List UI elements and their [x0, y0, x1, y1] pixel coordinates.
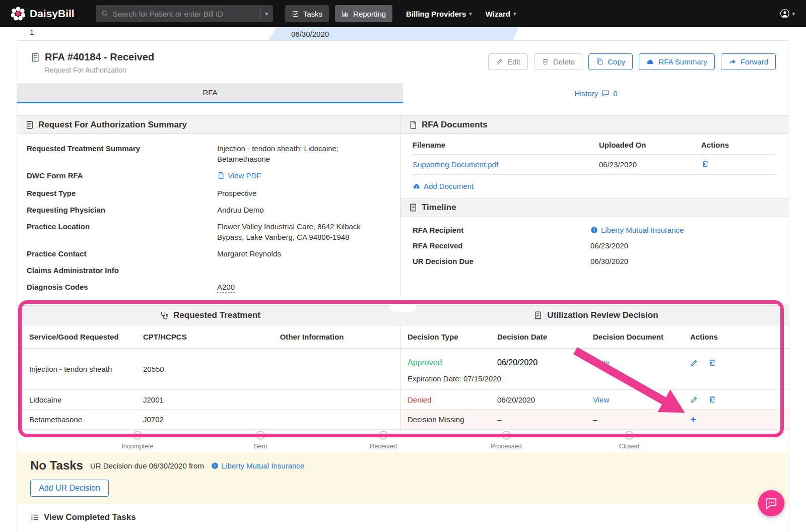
- delete-decision-button[interactable]: [708, 395, 716, 404]
- timeline-row-received: RFA Received 06/23/2020: [400, 238, 789, 253]
- column-header: Decision Date: [497, 332, 593, 341]
- ur-decision-table: Decision Type Decision Date Decision Doc…: [400, 325, 789, 430]
- field-label: Requesting Physician: [27, 205, 217, 215]
- documents-section-header: RFA Documents: [400, 115, 789, 134]
- add-ur-decision-button[interactable]: Add UR Decision: [30, 480, 109, 497]
- ur-decision-header: Utilization Review Decision: [403, 306, 789, 325]
- reporting-button-label: Reporting: [353, 10, 386, 18]
- cloud-icon: [646, 58, 654, 66]
- service-name: Betamethasone: [17, 415, 143, 424]
- tasks-area: No Tasks UR Decision due 06/30/2020 from…: [17, 452, 789, 504]
- diagnosis-code[interactable]: A200: [217, 283, 235, 293]
- billing-providers-menu[interactable]: Billing Providers ▾: [406, 10, 472, 18]
- document-icon: [25, 120, 34, 129]
- rfa-document-icon: [30, 52, 40, 74]
- ur-row-approved: Approved 06/20/2020 View Expiration Date…: [400, 349, 789, 390]
- page-subtitle: Request For Authorization: [45, 66, 154, 74]
- field-label: DWC Form RFA: [27, 170, 217, 182]
- timeline-fields: RFA Recipient Liberty Mutual Insurance R…: [400, 217, 789, 269]
- copy-button[interactable]: Copy: [588, 53, 633, 70]
- page-header: RFA #40184 - Received Request For Author…: [17, 41, 789, 83]
- ur-row-missing: Decision Missing – – +: [400, 410, 789, 430]
- tab-history[interactable]: History 0: [403, 83, 789, 103]
- user-menu[interactable]: ▾: [780, 9, 795, 19]
- tab-rfa[interactable]: RFA: [17, 83, 403, 103]
- document-filename-link[interactable]: Supporting Document.pdf: [413, 160, 498, 169]
- documents-section-title: RFA Documents: [422, 120, 488, 130]
- delete-decision-button[interactable]: [708, 359, 716, 367]
- rfa-recipient-link[interactable]: Liberty Mutual Insurance: [590, 226, 684, 234]
- tasks-button-label: Tasks: [303, 10, 322, 18]
- column-header: Filename: [413, 141, 599, 149]
- field-label: Practice Contact: [27, 248, 217, 259]
- decision-date: 06/20/2020: [497, 358, 593, 367]
- add-decision-button[interactable]: +: [690, 415, 696, 425]
- view-completed-tasks[interactable]: View Completed Tasks: [17, 504, 789, 531]
- chevron-down-icon: ▾: [469, 11, 472, 17]
- cpt-code: J2001: [143, 395, 224, 404]
- timeline-row-decision-due: UR Decision Due 06/30/2020: [400, 253, 789, 269]
- timeline-section-title: Timeline: [422, 203, 456, 213]
- add-document-label: Add Document: [424, 182, 474, 190]
- progress-step-incomplete: Incomplete: [102, 431, 173, 450]
- decision-date: 06/20/2020: [497, 395, 593, 404]
- column-header: Other Information: [224, 332, 400, 341]
- copy-button-label: Copy: [608, 57, 625, 66]
- step-label: Sent: [225, 442, 296, 450]
- delete-button[interactable]: Delete: [534, 53, 582, 70]
- user-avatar-icon: [780, 9, 790, 19]
- edit-decision-button[interactable]: [690, 359, 698, 367]
- search-box[interactable]: ▾: [96, 5, 273, 22]
- document-icon: [533, 311, 543, 320]
- step-circle-icon: [625, 431, 634, 440]
- wizard-label: Wizard: [486, 10, 510, 18]
- treatment-row: Betamethasone J0702: [17, 410, 400, 430]
- field-value: Prospective: [217, 188, 400, 198]
- summary-section-header: Request For Authorization Summary: [17, 115, 400, 134]
- document-uploaded-on: 06/23/2020: [599, 160, 701, 169]
- wizard-menu[interactable]: Wizard ▾: [486, 10, 516, 18]
- daisybill-logo-icon: [11, 7, 25, 21]
- ur-decision-title: Utilization Review Decision: [547, 310, 658, 320]
- insurer-link[interactable]: Liberty Mutual Insurance: [211, 461, 304, 470]
- progress-step-sent: Sent: [225, 431, 296, 450]
- forward-button-label: Forward: [741, 57, 768, 66]
- rfa-summary-button[interactable]: RFA Summary: [639, 53, 715, 70]
- search-input[interactable]: [113, 10, 256, 18]
- brand[interactable]: DaisyBill: [11, 7, 75, 21]
- tasks-button[interactable]: Tasks: [285, 5, 329, 22]
- pencil-icon: [496, 58, 503, 65]
- view-decision-link[interactable]: View: [593, 358, 609, 367]
- field-request-type: Request Type Prospective: [17, 185, 400, 202]
- cpt-code: 20550: [143, 365, 224, 373]
- field-label: Requested Treatment Summary: [27, 143, 217, 164]
- field-practice-location: Practice Location Flower Valley Industri…: [17, 218, 400, 245]
- document-icon: [409, 203, 418, 212]
- chat-button[interactable]: [758, 490, 784, 516]
- forward-button[interactable]: Forward: [721, 53, 776, 70]
- page-title: RFA #40184 - Received: [45, 51, 154, 63]
- add-document-link[interactable]: Add Document: [413, 182, 474, 190]
- delete-document-button[interactable]: [701, 160, 709, 168]
- search-caret-icon[interactable]: ▾: [265, 11, 268, 17]
- treatment-table-header: Service/Good Requested CPT/HCPCS Other I…: [17, 325, 400, 349]
- column-header: CPT/HCPCS: [143, 332, 224, 341]
- documents-column: RFA Documents Filename Uploaded On Actio…: [400, 115, 789, 295]
- column-header: Actions: [690, 332, 718, 341]
- bar-chart-icon: [342, 10, 349, 18]
- treatment-row: Injection - tendon sheath 20550: [17, 349, 400, 390]
- edit-button[interactable]: Edit: [488, 53, 528, 70]
- chevron-down-icon: ▾: [513, 11, 516, 17]
- field-label: Claims Administrator Info: [27, 265, 217, 276]
- reporting-button[interactable]: Reporting: [335, 5, 392, 22]
- bottom-tables-header-bar: Requested Treatment Utilization Review D…: [17, 305, 789, 325]
- view-pdf-link[interactable]: View PDF: [217, 170, 261, 181]
- pencil-icon: [690, 395, 698, 404]
- document-row: Supporting Document.pdf 06/23/2020: [413, 155, 777, 175]
- edit-decision-button[interactable]: [690, 395, 698, 404]
- due-date-highlight: 06/30/2020: [268, 27, 519, 40]
- progress-step-received: Received: [348, 431, 419, 450]
- step-label: Closed: [594, 442, 664, 450]
- pencil-icon: [690, 359, 698, 367]
- view-decision-link[interactable]: View: [593, 395, 609, 404]
